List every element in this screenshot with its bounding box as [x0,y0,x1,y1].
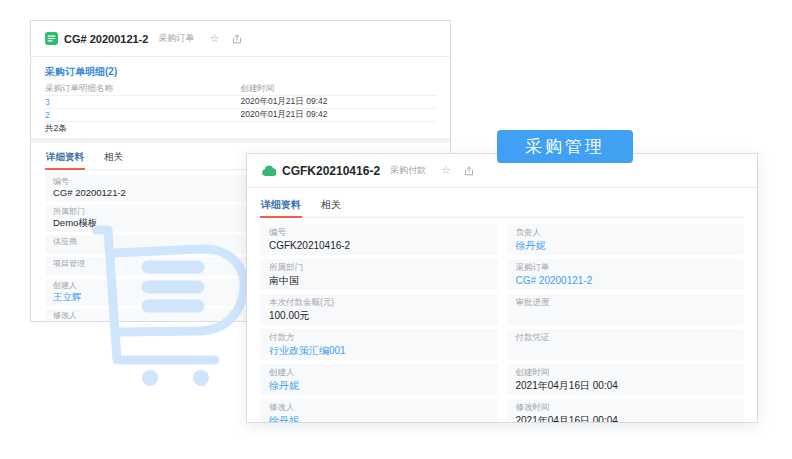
star-icon[interactable]: ☆ [209,33,219,44]
payment-field-modifier: 修改人 徐丹妮 [260,399,498,423]
field-value-link[interactable]: 徐丹妮 [269,414,489,423]
order-detail-table: 采购订单明细名称 创建时间 3 2020年01月21日 09:42 2 2020… [45,83,436,135]
field-label: 审批进度 [516,297,736,308]
field-value: 2021年04月16日 00:04 [516,414,736,423]
order-card-header: CG# 20200121-2 采购订单 ☆ [31,21,450,57]
field-value: 南中国 [269,274,489,287]
payment-field-modified-time: 修改时间 2021年04月16日 00:04 [507,399,745,423]
section-separator [31,138,450,143]
table-row: 2 2020年01月21日 09:42 [45,109,436,122]
share-icon[interactable] [232,34,242,44]
canvas: CG# 20200121-2 采购订单 ☆ 采购订单明细(2) 采购订单明细名称… [0,0,792,459]
field-label: 本次付款金额(元) [269,297,489,308]
detail-row-created-time: 2020年01月21日 09:42 [241,109,437,121]
payment-field-amount: 本次付款金额(元) 100.00元 [260,294,498,325]
payment-field-payee: 付款方 行业政策汇编001 [260,329,498,360]
detail-row-link[interactable]: 2 [45,110,241,120]
payment-field-number: 编号 CGFK20210416-2 [260,224,498,255]
document-list-icon [45,32,58,45]
field-value-link[interactable]: 行业政策汇编001 [269,344,489,357]
payment-record-type: 采购付款 [390,164,426,177]
purchase-payment-card: CGFK20210416-2 采购付款 ☆ 详细资料 相关 编号 CGFK202… [246,153,758,423]
cloud-icon [261,165,276,177]
tab-related[interactable]: 相关 [103,148,124,169]
field-label: 创建时间 [516,367,736,378]
module-badge: 采购管理 [497,130,633,163]
field-value: 100.00元 [269,309,489,322]
field-value-link[interactable]: 徐丹妮 [269,379,489,392]
tab-related[interactable]: 相关 [320,195,342,217]
payment-record-title: CGFK20210416-2 [282,164,380,178]
field-label: 付款凭证 [516,332,736,343]
field-label: 修改人 [269,402,489,413]
payment-field-owner: 负责人 徐丹妮 [507,224,745,255]
column-header-created-time: 创建时间 [241,83,437,95]
table-header-row: 采购订单明细名称 创建时间 [45,83,436,96]
column-header-name: 采购订单明细名称 [45,83,241,95]
field-value-link[interactable]: CG# 20200121-2 [516,274,736,287]
field-label: 负责人 [516,227,736,238]
payment-field-department: 所属部门 南中国 [260,259,498,290]
share-icon[interactable] [464,166,474,176]
field-label: 所属部门 [269,262,489,273]
detail-row-created-time: 2020年01月21日 09:42 [241,96,437,108]
payment-field-creator: 创建人 徐丹妮 [260,364,498,395]
table-count-footer: 共2条 [45,122,436,135]
payment-field-approval-progress: 审批进度 [507,294,745,325]
order-record-type: 采购订单 [158,32,194,45]
field-label: 付款方 [269,332,489,343]
field-value-link[interactable]: 徐丹妮 [516,239,736,252]
field-label: 创建人 [269,367,489,378]
tab-detail[interactable]: 详细资料 [45,148,85,170]
payment-field-voucher: 付款凭证 [507,329,745,360]
order-record-title: CG# 20200121-2 [64,33,148,45]
payment-tabs: 详细资料 相关 [260,195,744,218]
field-value: CGFK20210416-2 [269,239,489,252]
field-label: 采购订单 [516,262,736,273]
payment-field-grid: 编号 CGFK20210416-2 负责人 徐丹妮 所属部门 南中国 采购订单 … [260,224,744,423]
field-value: 2021年04月16日 00:04 [516,379,736,392]
detail-row-link[interactable]: 3 [45,97,241,107]
field-label: 修改时间 [516,402,736,413]
payment-field-created-time: 创建时间 2021年04月16日 00:04 [507,364,745,395]
order-detail-section-title: 采购订单明细(2) [45,65,436,79]
payment-field-purchase-order: 采购订单 CG# 20200121-2 [507,259,745,290]
tab-detail[interactable]: 详细资料 [260,195,302,218]
star-icon[interactable]: ☆ [441,165,451,176]
table-row: 3 2020年01月21日 09:42 [45,96,436,109]
field-label: 编号 [269,227,489,238]
